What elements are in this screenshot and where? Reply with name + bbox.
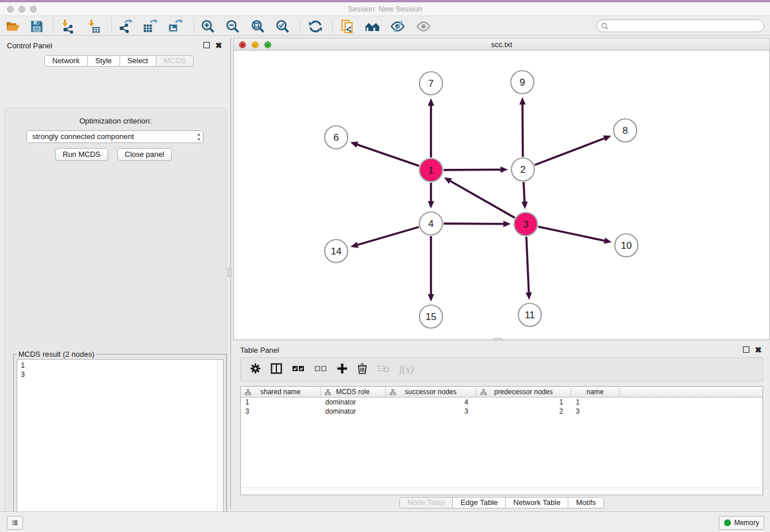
edge-2-9[interactable] (522, 105, 523, 157)
tab-network-table[interactable]: Network Table (505, 497, 568, 508)
column-header-MCDS-role[interactable]: MCDS role (321, 387, 386, 397)
function-builder-icon[interactable]: f(x) (399, 364, 414, 376)
float-panel-icon[interactable] (203, 42, 210, 48)
tab-edge-table[interactable]: Edge Table (452, 497, 506, 508)
table-row[interactable]: 3dominator323 (241, 407, 763, 416)
edge-2-8[interactable] (535, 138, 605, 165)
column-header-name[interactable]: name (571, 387, 619, 397)
first-neighbors-icon[interactable] (364, 18, 380, 34)
delete-icon[interactable] (357, 363, 367, 376)
zoom-fit-icon[interactable] (250, 18, 266, 34)
edge-arrowhead (519, 97, 526, 105)
hide-selected-icon[interactable] (390, 18, 406, 34)
criterion-select[interactable]: strongly connected component ▴▾ (26, 130, 203, 143)
refresh-icon[interactable] (307, 18, 324, 34)
edge-3-10[interactable] (538, 227, 605, 241)
table-float-panel-icon[interactable] (743, 346, 749, 353)
app-titlebar: Session: New Session (0, 2, 770, 16)
search-field[interactable] (596, 20, 764, 32)
tab-network[interactable]: Network (44, 55, 88, 67)
edge-arrowhead (500, 167, 508, 173)
tab-mcds[interactable]: MCDS (156, 55, 194, 67)
table-panel: Table Panel ✖ f(x) shared nameMCDS roles… (233, 342, 770, 509)
tab-select[interactable]: Select (120, 55, 156, 67)
select-all-icon[interactable] (292, 364, 305, 375)
table-close-panel-icon[interactable]: ✖ (754, 346, 762, 354)
status-bar: Memory (0, 511, 770, 532)
table-cell[interactable]: 4 (386, 398, 476, 407)
table-cell[interactable]: 3 (241, 407, 321, 416)
delete-table-icon[interactable] (377, 364, 390, 375)
node-label-4: 4 (428, 218, 433, 229)
close-panel-icon[interactable]: ✖ (215, 42, 222, 49)
export-image-icon[interactable] (167, 18, 183, 34)
mcds-result-text[interactable]: 1 3 (17, 359, 224, 532)
node-label-7: 7 (428, 78, 433, 89)
tab-motifs[interactable]: Motifs (568, 497, 604, 508)
memory-button[interactable]: Memory (719, 516, 764, 530)
close-panel-button[interactable]: Close panel (117, 148, 172, 161)
result-scrollbar[interactable] (217, 360, 223, 532)
vertical-splitter-grip[interactable] (228, 268, 232, 277)
control-panel-title: Control Panel (7, 41, 52, 50)
edge-4-14[interactable] (357, 227, 418, 245)
table-row[interactable]: 1dominator411 (241, 398, 763, 407)
run-mcds-button[interactable]: Run MCDS (55, 148, 108, 161)
tab-node-table[interactable]: Node Table (399, 497, 453, 508)
edge-1-2[interactable] (444, 169, 500, 170)
clone-network-icon[interactable] (340, 18, 356, 34)
deselect-all-icon[interactable] (314, 364, 327, 375)
zoom-in-icon[interactable] (200, 18, 216, 34)
table-tabs: Node TableEdge TableNetwork TableMotifs (233, 497, 770, 508)
search-input[interactable] (611, 21, 764, 30)
edge-1-6[interactable] (357, 145, 419, 166)
column-layout-icon[interactable] (271, 363, 282, 376)
node-table[interactable]: shared nameMCDS rolesuccessor nodesprede… (240, 386, 763, 495)
edge-arrowhead (428, 201, 434, 209)
mcds-result-title: MCDS result (2 nodes) (17, 350, 96, 358)
save-session-icon[interactable] (29, 18, 45, 34)
show-all-icon[interactable] (415, 18, 432, 34)
task-history-button[interactable] (7, 516, 23, 530)
table-horizontal-scrollbar[interactable] (241, 487, 762, 494)
network-canvas[interactable]: 7968124314101511 (233, 51, 770, 340)
table-cell[interactable]: 1 (241, 398, 321, 407)
add-icon[interactable] (337, 363, 348, 376)
edge-arrowhead (526, 292, 532, 300)
network-graph[interactable]: 7968124314101511 (234, 51, 769, 339)
column-header-shared-name[interactable]: shared name (241, 387, 321, 397)
zoom-selected-icon[interactable] (275, 18, 291, 34)
open-session-icon[interactable] (5, 18, 21, 34)
import-table-icon[interactable] (86, 18, 102, 34)
node-label-15: 15 (426, 311, 437, 322)
table-cell[interactable]: 3 (386, 407, 476, 416)
column-header-predecessor-nodes[interactable]: predecessor nodes (476, 387, 571, 397)
edge-2-3[interactable] (523, 182, 525, 202)
network-view-window: ✕ − + scc.txt 7968124314101511 (233, 38, 770, 340)
column-header-successor-nodes[interactable]: successor nodes (386, 387, 476, 397)
table-cell[interactable]: 1 (571, 398, 619, 407)
node-label-14: 14 (331, 246, 342, 257)
table-cell[interactable]: 3 (571, 407, 619, 416)
table-cell[interactable]: 1 (476, 398, 571, 407)
memory-status-icon (724, 519, 731, 526)
table-cell[interactable]: dominator (321, 398, 386, 407)
network-window-titlebar[interactable]: ✕ − + scc.txt (233, 38, 770, 51)
edge-3-11[interactable] (526, 237, 529, 292)
network-window-title: scc.txt (234, 40, 769, 49)
node-label-10: 10 (621, 240, 632, 251)
export-table-icon[interactable] (142, 18, 158, 34)
table-cell[interactable]: 2 (476, 407, 571, 416)
table-cell[interactable]: dominator (321, 407, 386, 416)
zoom-out-icon[interactable] (225, 18, 241, 34)
gear-icon[interactable] (250, 363, 261, 376)
node-label-3: 3 (523, 219, 528, 230)
horizontal-splitter-grip[interactable] (493, 338, 502, 341)
tab-style[interactable]: Style (87, 55, 120, 67)
edge-3-1[interactable] (451, 181, 515, 218)
import-network-icon[interactable] (60, 18, 76, 34)
export-network-icon[interactable] (117, 18, 133, 34)
table-toolbar: f(x) (240, 357, 763, 381)
main-toolbar (0, 17, 770, 36)
edge-4-3[interactable] (444, 223, 503, 224)
